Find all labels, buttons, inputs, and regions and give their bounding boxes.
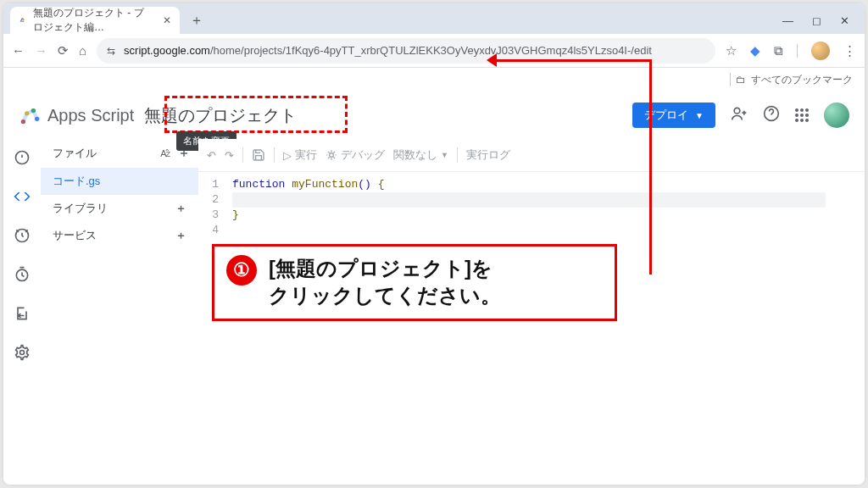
home-icon[interactable]: ⌂ bbox=[79, 43, 86, 58]
google-apps-icon[interactable] bbox=[795, 108, 809, 122]
undo-button[interactable]: ↶ bbox=[207, 149, 216, 162]
bookmarks-row: 🗀 すべてのブックマーク bbox=[3, 68, 865, 92]
run-button[interactable]: ▷ 実行 bbox=[283, 147, 317, 163]
libraries-label: ライブラリ bbox=[53, 201, 108, 216]
annotation-text: [無題のプロジェクト]を クリックしてください。 bbox=[269, 255, 501, 310]
separator bbox=[242, 147, 243, 163]
svg-point-10 bbox=[330, 153, 334, 158]
line-gutter: 1 2 3 4 bbox=[198, 172, 225, 238]
left-rail bbox=[3, 139, 41, 485]
annotation-number: ① bbox=[226, 255, 257, 286]
all-bookmarks-link[interactable]: すべてのブックマーク bbox=[751, 73, 853, 87]
share-add-person-icon[interactable] bbox=[731, 105, 748, 126]
execution-log-button[interactable]: 実行ログ bbox=[466, 147, 510, 163]
product-name: Apps Script bbox=[47, 106, 134, 125]
back-rail-icon[interactable] bbox=[8, 300, 36, 327]
separator bbox=[274, 147, 275, 163]
files-header: ファイル AẐ ＋ bbox=[41, 139, 198, 168]
overview-rail-icon[interactable] bbox=[8, 144, 36, 171]
minimize-icon[interactable]: — bbox=[782, 14, 793, 27]
function-select[interactable]: 関数なし ▼ bbox=[393, 147, 448, 163]
address-bar-row: ← → ⟳ ⌂ ⇆ script.google.com/home/project… bbox=[3, 34, 865, 68]
address-bar[interactable]: ⇆ script.google.com/home/projects/1fKqy6… bbox=[97, 38, 715, 64]
extensions-icon[interactable]: ⧉ bbox=[774, 43, 783, 58]
apps-script-logo-icon bbox=[19, 104, 41, 126]
triggers-rail-icon[interactable] bbox=[8, 222, 36, 249]
services-row[interactable]: サービス ＋ bbox=[41, 222, 198, 249]
star-icon[interactable]: ☆ bbox=[726, 43, 737, 58]
profile-avatar[interactable] bbox=[811, 42, 830, 60]
settings-rail-icon[interactable] bbox=[8, 339, 36, 366]
apps-script-favicon bbox=[19, 14, 26, 26]
svg-point-9 bbox=[20, 351, 25, 355]
project-title[interactable]: 無題のプロジェクト bbox=[134, 101, 307, 130]
divider bbox=[730, 73, 731, 86]
forward-icon[interactable]: → bbox=[35, 43, 47, 58]
window-controls: — ◻ ✕ bbox=[782, 14, 858, 27]
sort-icon[interactable]: AẐ bbox=[160, 148, 170, 159]
tab-title: 無題のプロジェクト - プロジェクト編… bbox=[33, 6, 149, 35]
account-avatar[interactable] bbox=[824, 103, 849, 128]
save-button[interactable] bbox=[252, 148, 265, 162]
back-icon[interactable]: ← bbox=[12, 43, 25, 58]
gemini-icon[interactable]: ◆ bbox=[750, 43, 760, 58]
maximize-icon[interactable]: ◻ bbox=[812, 14, 821, 27]
separator bbox=[457, 147, 458, 163]
file-item[interactable]: コード.gs bbox=[41, 168, 198, 195]
annotation-callout: ① [無題のプロジェクト]を クリックしてください。 bbox=[212, 244, 617, 321]
main-area: ファイル AẐ ＋ コード.gs ライブラリ ＋ サービス ＋ ↶ ↷ bbox=[3, 139, 865, 485]
editor-area: ↶ ↷ ▷ 実行 デバッグ 関数なし ▼ 実行ログ 1 bbox=[198, 139, 865, 485]
close-tab-icon[interactable]: ✕ bbox=[163, 14, 171, 26]
executions-rail-icon[interactable] bbox=[8, 261, 36, 288]
close-window-icon[interactable]: ✕ bbox=[840, 14, 849, 27]
browser-window: 無題のプロジェクト - プロジェクト編… ✕ ＋ — ◻ ✕ ← → ⟳ ⌂ ⇆… bbox=[3, 3, 865, 485]
add-library-icon[interactable]: ＋ bbox=[175, 201, 186, 216]
site-info-icon[interactable]: ⇆ bbox=[107, 45, 115, 57]
chrome-menu-icon[interactable]: ⋮ bbox=[843, 43, 856, 58]
code-content[interactable]: function myFunction() { } bbox=[225, 172, 826, 238]
annotation-arrow-head bbox=[487, 53, 497, 67]
files-label: ファイル bbox=[53, 146, 97, 161]
services-label: サービス bbox=[53, 228, 97, 243]
browser-tab[interactable]: 無題のプロジェクト - プロジェクト編… ✕ bbox=[10, 7, 180, 34]
editor-rail-icon[interactable] bbox=[8, 183, 36, 210]
help-icon[interactable] bbox=[763, 105, 780, 126]
url-text: script.google.com/home/projects/1fKqy6-4… bbox=[124, 44, 652, 57]
reload-icon[interactable]: ⟳ bbox=[58, 43, 69, 58]
editor-toolbar: ↶ ↷ ▷ 実行 デバッグ 関数なし ▼ 実行ログ bbox=[198, 139, 865, 171]
libraries-row[interactable]: ライブラリ ＋ bbox=[41, 195, 198, 222]
redo-button[interactable]: ↷ bbox=[225, 149, 234, 162]
new-tab-button[interactable]: ＋ bbox=[185, 8, 209, 33]
code-editor[interactable]: 1 2 3 4 function myFunction() { } bbox=[198, 171, 865, 238]
add-service-icon[interactable]: ＋ bbox=[175, 228, 186, 243]
files-panel: ファイル AẐ ＋ コード.gs ライブラリ ＋ サービス ＋ bbox=[41, 139, 198, 485]
deploy-button[interactable]: デプロイ▼ bbox=[632, 103, 715, 128]
debug-button[interactable]: デバッグ bbox=[326, 147, 385, 163]
divider bbox=[797, 44, 798, 58]
apps-script-logo[interactable]: Apps Script bbox=[19, 104, 134, 126]
chevron-down-icon: ▼ bbox=[695, 111, 704, 120]
svg-point-4 bbox=[734, 108, 740, 114]
tab-strip: 無題のプロジェクト - プロジェクト編… ✕ ＋ — ◻ ✕ bbox=[3, 3, 865, 34]
app-header: Apps Script 無題のプロジェクト 名前を変更 デプロイ▼ bbox=[3, 92, 865, 139]
folder-icon: 🗀 bbox=[736, 74, 746, 86]
